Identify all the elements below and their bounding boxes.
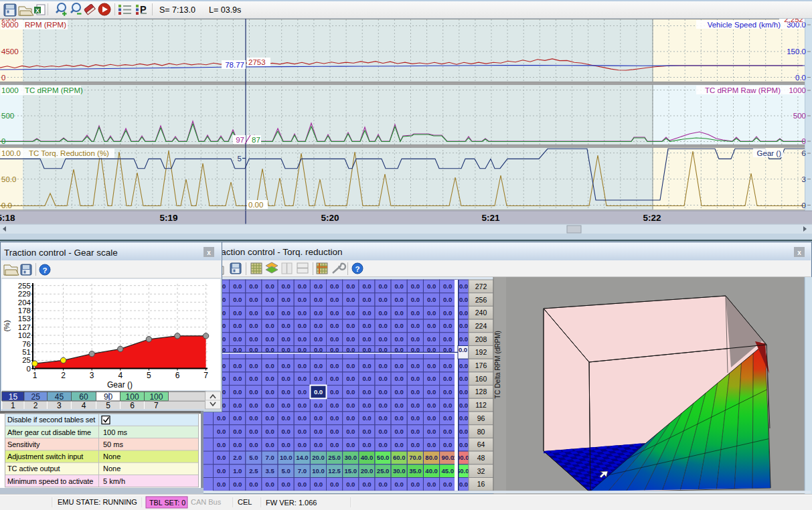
svg-text:EMU STATE: RUNNING: EMU STATE: RUNNING <box>58 498 137 506</box>
svg-text:0.0: 0.0 <box>395 335 404 343</box>
svg-text:0.0: 0.0 <box>217 414 226 422</box>
svg-text:4: 4 <box>82 401 86 410</box>
svg-text:6: 6 <box>175 371 180 380</box>
svg-text:0.0: 0.0 <box>362 481 371 488</box>
svg-text:0.0: 0.0 <box>314 481 323 488</box>
svg-text:0.0: 0.0 <box>265 402 274 409</box>
svg-text:0.0: 0.0 <box>265 414 274 422</box>
svg-text:0.0: 0.0 <box>443 481 452 488</box>
svg-text:256: 256 <box>475 296 487 304</box>
svg-text:TC active output: TC active output <box>7 464 60 473</box>
svg-text:0.0: 0.0 <box>265 441 274 448</box>
svg-text:0.0: 0.0 <box>346 441 355 448</box>
svg-text:0.0: 0.0 <box>298 362 307 369</box>
svg-text:0.0: 0.0 <box>362 414 371 422</box>
svg-text:2: 2 <box>33 401 38 410</box>
svg-text:0.0: 0.0 <box>282 282 291 290</box>
svg-text:127: 127 <box>18 323 31 331</box>
svg-text:0.0: 0.0 <box>459 346 467 353</box>
svg-text:0.0: 0.0 <box>411 388 420 396</box>
svg-text:0.0: 0.0 <box>427 322 436 329</box>
svg-text:0.0: 0.0 <box>443 362 452 369</box>
svg-text:0.0: 0.0 <box>233 282 242 290</box>
svg-text:0.0: 0.0 <box>346 375 355 382</box>
svg-text:0.0: 0.0 <box>282 414 291 422</box>
svg-text:7.0: 7.0 <box>265 454 274 461</box>
svg-text:0.0: 0.0 <box>298 335 307 343</box>
svg-text:0.0: 0.0 <box>459 481 468 488</box>
svg-text:0.0: 0.0 <box>330 362 339 369</box>
svg-text:25: 25 <box>31 392 41 402</box>
svg-text:0.0: 0.0 <box>233 362 242 369</box>
svg-text:0.0: 0.0 <box>459 335 468 343</box>
svg-text:0.0: 0.0 <box>265 428 274 435</box>
svg-text:0: 0 <box>802 137 806 145</box>
svg-text:0.0: 0.0 <box>395 309 404 317</box>
svg-text:0.0: 0.0 <box>411 296 420 303</box>
svg-text:5.0: 5.0 <box>282 467 291 475</box>
svg-text:0.0: 0.0 <box>443 402 452 409</box>
svg-text:Disable if second tables set: Disable if second tables set <box>7 416 95 424</box>
svg-text:0.0: 0.0 <box>459 402 468 409</box>
svg-text:192: 192 <box>475 348 487 356</box>
svg-text:0.0: 0.0 <box>411 335 420 343</box>
svg-text:0.0: 0.0 <box>459 428 468 435</box>
svg-text:0.0: 0.0 <box>298 282 307 290</box>
svg-text:0.0: 0.0 <box>362 335 371 343</box>
svg-text:After gear cut disable time: After gear cut disable time <box>7 428 91 436</box>
svg-text:0.0: 0.0 <box>346 362 355 369</box>
svg-text:5:19: 5:19 <box>159 213 177 223</box>
svg-text:0.0: 0.0 <box>298 322 307 329</box>
svg-text:0.0: 0.0 <box>314 362 323 369</box>
svg-text:0.0: 0.0 <box>346 309 355 317</box>
svg-text:0.0: 0.0 <box>378 481 387 488</box>
svg-text:0: 0 <box>1 137 5 145</box>
svg-text:0.0: 0.0 <box>282 322 291 329</box>
svg-text:0.0: 0.0 <box>249 402 258 409</box>
svg-text:0.0: 0.0 <box>411 481 420 488</box>
svg-text:0.0: 0.0 <box>378 335 387 343</box>
svg-text:0.0: 0.0 <box>330 441 339 448</box>
svg-text:0.0: 0.0 <box>282 428 291 435</box>
svg-text:0.0: 0.0 <box>395 362 404 369</box>
svg-text:2: 2 <box>61 371 66 380</box>
svg-text:0.0: 0.0 <box>427 335 436 343</box>
svg-text:0.0: 0.0 <box>378 388 387 396</box>
svg-text:0.0: 0.0 <box>427 388 436 396</box>
svg-text:0.0: 0.0 <box>314 375 323 382</box>
svg-text:76: 76 <box>22 340 31 348</box>
svg-text:272: 272 <box>475 282 487 290</box>
svg-text:0.0: 0.0 <box>427 402 436 409</box>
svg-text:153: 153 <box>18 315 31 323</box>
svg-text:0.0: 0.0 <box>346 282 355 290</box>
svg-text:0.0: 0.0 <box>362 309 371 317</box>
svg-text:0.0: 0.0 <box>282 441 291 448</box>
svg-text:0.0: 0.0 <box>378 362 387 369</box>
svg-text:0.0: 0.0 <box>346 322 355 329</box>
svg-text:0.0: 0.0 <box>427 282 436 290</box>
svg-text:0.0: 0.0 <box>314 296 323 303</box>
svg-text:0.0: 0.0 <box>395 388 404 396</box>
svg-text:229: 229 <box>18 290 31 298</box>
svg-text:0.0: 0.0 <box>459 282 468 290</box>
svg-text:0.0: 0.0 <box>362 441 371 448</box>
svg-text:240: 240 <box>475 309 487 317</box>
svg-text:208: 208 <box>475 335 487 343</box>
svg-text:128: 128 <box>475 388 487 396</box>
svg-text:0.0: 0.0 <box>314 414 323 422</box>
svg-text:Traction control - Gear scale: Traction control - Gear scale <box>4 248 118 258</box>
svg-text:5 km/h: 5 km/h <box>103 477 125 485</box>
svg-text:0.0: 0.0 <box>395 441 404 448</box>
svg-text:0.0: 0.0 <box>411 428 420 435</box>
svg-text:25.0: 25.0 <box>377 467 390 475</box>
svg-text:0.0: 0.0 <box>346 481 355 488</box>
svg-text:0.0: 0.0 <box>459 296 468 303</box>
svg-text:TC Delta RPM (dRPM): TC Delta RPM (dRPM) <box>494 331 501 399</box>
svg-text:0.0: 0.0 <box>362 322 371 329</box>
svg-text:35.0: 35.0 <box>409 467 422 475</box>
svg-text:5: 5 <box>147 371 151 380</box>
svg-text:40.0: 40.0 <box>361 454 374 461</box>
svg-text:0.0: 0.0 <box>330 428 339 435</box>
svg-text:0.0: 0.0 <box>233 335 242 343</box>
svg-text:0.0: 0.0 <box>265 481 274 488</box>
